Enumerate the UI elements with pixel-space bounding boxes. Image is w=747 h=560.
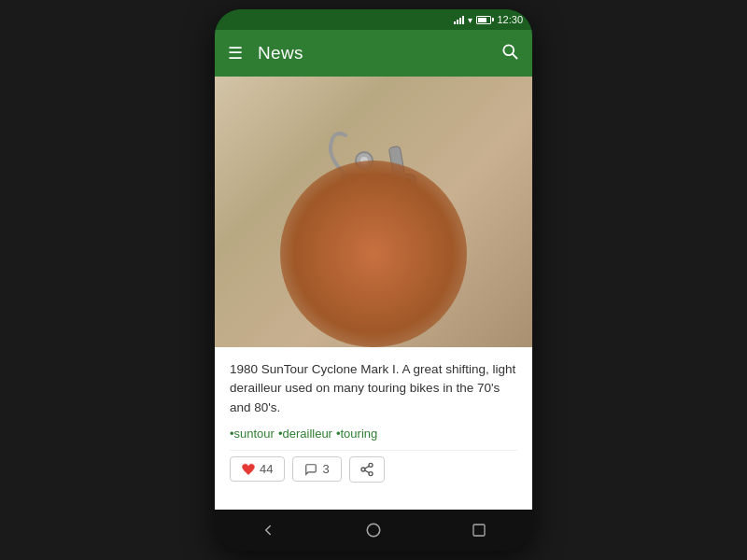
tag-derailleur[interactable]: •derailleur bbox=[278, 427, 332, 441]
tag-touring[interactable]: •touring bbox=[336, 427, 377, 441]
menu-icon[interactable]: ☰ bbox=[228, 45, 243, 62]
phone-frame: ▾ 12:30 ☰ News bbox=[215, 9, 532, 551]
app-bar: ☰ News bbox=[215, 30, 532, 77]
app-title: News bbox=[258, 43, 500, 63]
heart-icon bbox=[242, 463, 255, 476]
home-icon bbox=[365, 522, 382, 539]
svg-rect-23 bbox=[473, 525, 485, 536]
tag-suntour[interactable]: •suntour bbox=[230, 427, 275, 441]
content-area: SunTour Cyclone bbox=[215, 77, 532, 510]
svg-line-21 bbox=[364, 466, 369, 469]
battery-icon bbox=[476, 16, 491, 24]
comment-count: 3 bbox=[322, 462, 329, 476]
like-count: 44 bbox=[260, 462, 273, 476]
svg-line-20 bbox=[364, 470, 369, 473]
signal-icon bbox=[454, 15, 464, 24]
card-image: SunTour Cyclone bbox=[215, 77, 532, 347]
recents-button[interactable] bbox=[460, 511, 498, 549]
recents-icon bbox=[472, 523, 486, 538]
share-icon bbox=[359, 462, 374, 477]
wifi-icon: ▾ bbox=[468, 15, 472, 25]
share-button[interactable] bbox=[349, 456, 385, 483]
like-button[interactable]: 44 bbox=[230, 456, 285, 482]
status-icons: ▾ 12:30 bbox=[454, 14, 523, 25]
card-description: 1980 SunTour Cyclone Mark I. A great shi… bbox=[230, 360, 517, 417]
home-button[interactable] bbox=[355, 511, 392, 549]
svg-line-1 bbox=[513, 53, 517, 58]
comment-icon bbox=[304, 463, 317, 476]
card-tags: •suntour •derailleur •touring bbox=[230, 427, 517, 441]
back-icon bbox=[260, 522, 276, 539]
back-button[interactable] bbox=[249, 511, 287, 549]
card-body: 1980 SunTour Cyclone Mark I. A great shi… bbox=[215, 347, 532, 496]
status-time: 12:30 bbox=[497, 14, 523, 25]
search-icon[interactable] bbox=[500, 42, 519, 65]
derailleur-photo: SunTour Cyclone bbox=[215, 77, 532, 347]
comment-button[interactable]: 3 bbox=[292, 456, 341, 482]
nav-bar bbox=[215, 510, 532, 551]
card-actions: 44 3 bbox=[230, 450, 517, 488]
status-bar: ▾ 12:30 bbox=[215, 9, 532, 30]
svg-point-22 bbox=[367, 524, 380, 537]
